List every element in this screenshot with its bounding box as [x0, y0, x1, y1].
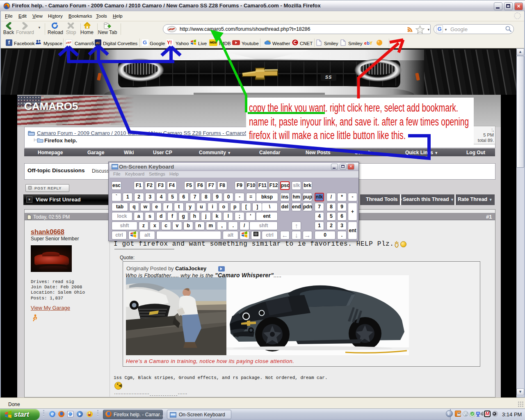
svg-text:name it, paste inyour link, an: name it, paste inyour link, and save it.…	[249, 116, 469, 128]
svg-text:firefox it will make a nice li: firefox it will make a nice little butto…	[249, 129, 406, 142]
